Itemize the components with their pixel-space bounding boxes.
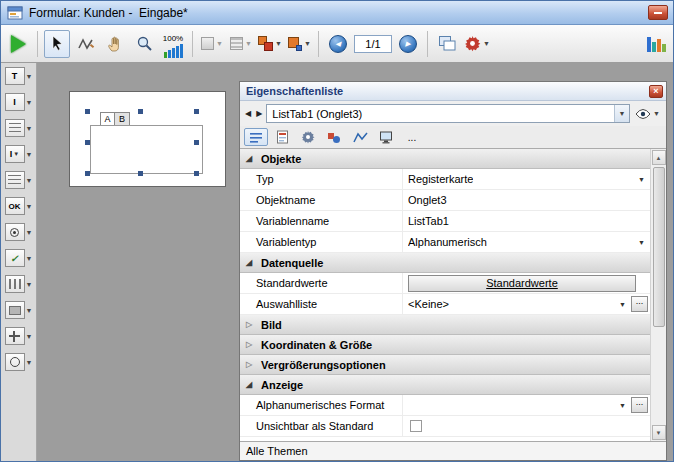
properties-panel-header[interactable]: Eigenschaftenliste × xyxy=(240,82,666,101)
edit-control-tool[interactable]: I▼ xyxy=(5,93,33,111)
property-value-dropdown[interactable]: Registerkarte ▼ xyxy=(402,169,650,189)
tab-style[interactable] xyxy=(322,128,346,146)
tab-control-body[interactable] xyxy=(90,125,203,174)
image-control-tool[interactable]: ▼ xyxy=(5,301,33,319)
ellipsis-button[interactable]: ... xyxy=(631,397,648,413)
tab-detail[interactable] xyxy=(296,128,320,146)
section-anzeige[interactable]: ◢ Anzeige xyxy=(240,375,650,395)
layout-tool-button[interactable]: ▼ xyxy=(228,30,254,58)
object-selector-combo[interactable]: ListTab1 (Onglet3) ▼ xyxy=(266,104,630,123)
collapse-triangle-icon[interactable]: ▷ xyxy=(246,320,255,329)
visibility-filter-button[interactable]: ▼ xyxy=(633,109,662,119)
tab-a[interactable]: A xyxy=(100,112,115,126)
chevron-down-icon[interactable]: ▼ xyxy=(245,40,252,47)
selection-handle[interactable] xyxy=(85,140,90,145)
ellipsis-button[interactable]: ... xyxy=(631,296,648,312)
pan-tool-button[interactable] xyxy=(102,30,128,58)
columns-view-button[interactable] xyxy=(643,30,669,58)
chevron-down-icon[interactable]: ▼ xyxy=(26,255,33,262)
chevron-down-icon[interactable]: ▼ xyxy=(616,402,629,409)
chevron-down-icon[interactable]: ▼ xyxy=(26,73,33,80)
select-tool-button[interactable] xyxy=(44,30,70,58)
tab-ui[interactable] xyxy=(270,128,294,146)
tab-display[interactable] xyxy=(374,128,398,146)
design-canvas[interactable]: A B Eigenschaftenliste × xyxy=(37,63,673,461)
windows-list-button[interactable] xyxy=(434,30,460,58)
section-koordinaten[interactable]: ▷ Koordinaten & Größe xyxy=(240,335,650,355)
selection-handle[interactable] xyxy=(194,109,199,114)
list-box-tool[interactable]: ▼ xyxy=(5,119,33,137)
align-tool-button[interactable]: ▼ xyxy=(199,30,225,58)
property-value-dropdown[interactable]: Alphanumerisch ▼ xyxy=(402,232,650,252)
shape-tool[interactable]: ▼ xyxy=(5,327,33,345)
chevron-down-icon[interactable]: ▼ xyxy=(653,110,660,117)
minimize-button[interactable] xyxy=(648,5,668,20)
properties-footer[interactable]: Alle Themen xyxy=(240,441,666,460)
tab-control-tabs[interactable]: A B xyxy=(100,112,130,126)
tab-more[interactable]: ... xyxy=(400,128,424,146)
chevron-down-icon[interactable]: ▼ xyxy=(483,40,490,47)
chevron-down-icon[interactable]: ▼ xyxy=(26,359,33,366)
chevron-down-icon[interactable]: ▼ xyxy=(26,333,33,340)
page-number-field[interactable] xyxy=(354,35,392,53)
chevron-down-icon[interactable]: ▼ xyxy=(635,239,648,246)
chevron-down-icon[interactable]: ▼ xyxy=(26,99,33,106)
expand-triangle-icon[interactable]: ◢ xyxy=(246,258,255,267)
chevron-down-icon[interactable]: ▼ xyxy=(26,125,33,132)
radio-button-tool[interactable]: ▼ xyxy=(5,223,33,241)
fill-color-tool-button[interactable]: ▼ xyxy=(286,30,312,58)
chevron-down-icon[interactable]: ▼ xyxy=(26,203,33,210)
next-object-button[interactable]: ▶ xyxy=(255,109,263,118)
settings-button[interactable]: ▼ xyxy=(463,30,491,58)
static-text-tool[interactable]: T▼ xyxy=(5,67,33,85)
zoom-tool-button[interactable] xyxy=(131,30,157,58)
chevron-down-icon[interactable]: ▼ xyxy=(275,40,282,47)
tab-chart[interactable] xyxy=(348,128,372,146)
selection-handle[interactable] xyxy=(194,140,199,145)
chevron-down-icon[interactable]: ▼ xyxy=(304,40,311,47)
title-bar[interactable]: Formular: Kunden - Eingabe* xyxy=(1,1,673,25)
section-vergroesserungsoptionen[interactable]: ▷ Vergrößerungsoptionen xyxy=(240,355,650,375)
property-value-dropdown[interactable]: ▼ ... xyxy=(402,395,650,415)
chevron-down-icon[interactable]: ▼ xyxy=(216,40,223,47)
selection-handle[interactable] xyxy=(194,171,199,176)
tab-general[interactable] xyxy=(244,128,268,146)
scroll-up-button[interactable]: ▲ xyxy=(652,150,666,165)
section-datenquelle[interactable]: ◢ Datenquelle xyxy=(240,253,650,273)
tab-b[interactable]: B xyxy=(115,112,130,126)
unsichtbar-checkbox[interactable] xyxy=(410,420,422,432)
property-value-dropdown[interactable]: <Keine> ▼ ... xyxy=(402,294,650,314)
segmented-control-tool[interactable]: ▼ xyxy=(5,275,33,293)
expand-triangle-icon[interactable]: ◢ xyxy=(246,380,255,389)
previous-object-button[interactable]: ◀ xyxy=(244,109,252,118)
section-objekte[interactable]: ◢ Objekte xyxy=(240,149,650,169)
chevron-down-icon[interactable]: ▼ xyxy=(616,301,629,308)
collapse-triangle-icon[interactable]: ▷ xyxy=(246,340,255,349)
chevron-down-icon[interactable]: ▼ xyxy=(26,307,33,314)
selection-handle[interactable] xyxy=(85,109,90,114)
next-page-button[interactable]: ▶ xyxy=(395,30,421,58)
previous-page-button[interactable]: ◀ xyxy=(325,30,351,58)
form-preview[interactable]: A B xyxy=(69,91,226,187)
selection-handle[interactable] xyxy=(85,171,90,176)
expand-triangle-icon[interactable]: ◢ xyxy=(246,154,255,163)
standardwerte-button[interactable]: Standardwerte xyxy=(408,275,636,292)
chevron-down-icon[interactable]: ▼ xyxy=(26,177,33,184)
zoom-level-control[interactable]: 100% xyxy=(160,29,186,59)
table-tool[interactable]: ▼ xyxy=(5,171,33,189)
chevron-down-icon[interactable]: ▼ xyxy=(26,229,33,236)
selection-handle[interactable] xyxy=(138,109,143,114)
polyline-tool-button[interactable] xyxy=(73,30,99,58)
properties-scrollbar[interactable]: ▲ ▼ xyxy=(650,149,666,441)
chevron-down-icon[interactable]: ▼ xyxy=(26,281,33,288)
circle-shape-tool[interactable]: ▼ xyxy=(5,353,33,371)
property-value-text[interactable]: ListTab1 xyxy=(402,211,650,231)
button-tool[interactable]: OK▼ xyxy=(5,197,33,215)
collapse-triangle-icon[interactable]: ▷ xyxy=(246,360,255,369)
run-test-button[interactable] xyxy=(5,30,31,58)
chevron-down-icon[interactable]: ▼ xyxy=(26,151,33,158)
border-color-tool-button[interactable]: ▼ xyxy=(257,30,283,58)
selection-handle[interactable] xyxy=(138,171,143,176)
chevron-down-icon[interactable]: ▼ xyxy=(635,176,648,183)
chevron-down-icon[interactable]: ▼ xyxy=(619,110,626,117)
